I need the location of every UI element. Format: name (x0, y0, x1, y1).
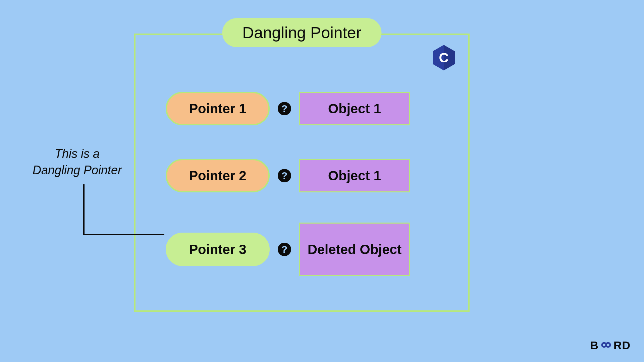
diagram-title: Dangling Pointer (222, 18, 382, 47)
object-1-box: Object 1 (299, 92, 410, 125)
pointer-3-pill: Pointer 3 (166, 233, 270, 266)
row-3: Pointer 3 ? Deleted Object (166, 223, 410, 276)
question-icon: ? (278, 102, 291, 115)
annotation-connector (80, 184, 164, 238)
pointer-1-pill: Pointer 1 (166, 92, 270, 125)
annotation-label: This is a Dangling Pointer (27, 146, 127, 178)
infinity-icon (598, 338, 614, 353)
c-language-icon: C (433, 45, 455, 70)
object-2-box: Object 1 (299, 159, 410, 192)
annotation-line2: Dangling Pointer (33, 163, 122, 177)
footer-b: B (590, 339, 599, 352)
annotation-line1: This is a (55, 147, 100, 161)
board-logo: B RD (590, 338, 631, 353)
diagram-frame: Dangling Pointer C Pointer 1 ? Object 1 … (134, 34, 470, 312)
row-1: Pointer 1 ? Object 1 (166, 92, 410, 125)
footer-rd: RD (613, 339, 631, 352)
pointer-2-pill: Pointer 2 (166, 159, 270, 192)
deleted-object-box: Deleted Object (299, 223, 410, 276)
row-2: Pointer 2 ? Object 1 (166, 159, 410, 192)
question-icon: ? (278, 169, 291, 182)
question-icon: ? (278, 243, 291, 256)
svg-text:C: C (439, 50, 449, 65)
